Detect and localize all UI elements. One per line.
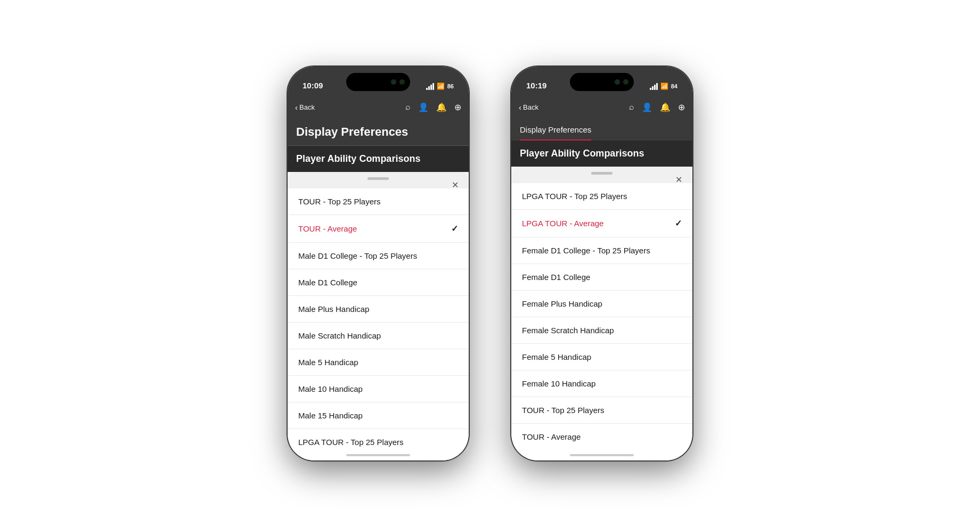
right-sheet-handle — [591, 172, 612, 175]
left-phone-wrapper: 10:09 📶 86 — [288, 67, 469, 460]
right-back-arrow-icon: ‹ — [519, 103, 521, 112]
item-label-selected: TOUR - Average — [298, 224, 357, 233]
dynamic-island-right — [570, 73, 634, 91]
left-bottom-handle — [346, 454, 410, 456]
signal-icon — [426, 83, 434, 90]
right-bottom-handle — [570, 454, 634, 456]
list-item[interactable]: TOUR - Average — [511, 424, 692, 450]
list-item[interactable]: Female 10 Handicap — [511, 370, 692, 397]
battery-icon: 86 — [447, 83, 454, 89]
list-item[interactable]: Male 5 Handicap — [288, 349, 469, 376]
list-item[interactable]: Male Plus Handicap — [288, 296, 469, 323]
right-battery-icon: 84 — [671, 83, 677, 89]
left-screen-content: 10:09 📶 86 — [288, 67, 469, 460]
plus-icon[interactable]: ⊕ — [454, 102, 461, 112]
phone-right-screen: 10:19 📶 84 — [511, 67, 692, 460]
list-item[interactable]: TOUR - Top 25 Players — [288, 188, 469, 215]
right-wifi-icon: 📶 — [660, 83, 668, 90]
right-signal-icon — [650, 83, 658, 90]
right-nav-bar: ‹ Back ⌕ 👤 🔔 ⊕ — [511, 95, 692, 119]
item-label: Male 10 Handicap — [298, 384, 363, 393]
item-label: Female D1 College — [522, 273, 590, 282]
list-item[interactable]: Male Scratch Handicap — [288, 323, 469, 349]
right-status-time: 10:19 — [526, 81, 546, 90]
right-pac-title: Player Ability Comparisons — [520, 148, 684, 159]
list-item[interactable]: TOUR - Top 25 Players — [511, 397, 692, 424]
person-icon[interactable]: 👤 — [418, 102, 429, 112]
item-label: Female Plus Handicap — [522, 299, 602, 308]
left-pac-title: Player Ability Comparisons — [296, 153, 460, 164]
list-item[interactable]: Male D1 College - Top 25 Players — [288, 243, 469, 269]
right-bottom-handle-bar — [511, 450, 692, 460]
item-label: TOUR - Top 25 Players — [298, 197, 381, 206]
right-close-button[interactable]: ✕ — [672, 173, 685, 186]
item-label: Female 10 Handicap — [522, 379, 595, 388]
item-label: Female D1 College - Top 25 Players — [522, 246, 650, 255]
left-pac-header: Player Ability Comparisons — [288, 146, 469, 172]
right-sheet-body[interactable]: LPGA TOUR - Top 25 Players LPGA TOUR - A… — [511, 183, 692, 450]
right-sensor-dot — [623, 79, 628, 85]
left-status-icons: 📶 86 — [426, 83, 454, 90]
list-item[interactable]: Female D1 College — [511, 264, 692, 291]
right-camera-dot — [615, 79, 620, 85]
left-bottom-handle-bar — [288, 450, 469, 460]
right-disp-pref-header: Display Preferences — [511, 119, 692, 141]
item-label: Male Plus Handicap — [298, 304, 369, 314]
left-disp-pref-header: Display Preferences — [288, 119, 469, 146]
item-label: Male Scratch Handicap — [298, 331, 381, 340]
right-plus-icon[interactable]: ⊕ — [678, 102, 685, 112]
item-label-selected: LPGA TOUR - Average — [522, 219, 603, 228]
left-status-time: 10:09 — [303, 81, 323, 90]
back-arrow-icon: ‹ — [295, 103, 298, 112]
camera-dot — [391, 79, 396, 85]
left-sheet-header: ✕ — [288, 172, 469, 188]
phone-right: 10:19 📶 84 — [511, 67, 692, 460]
item-label: Male D1 College — [298, 278, 357, 287]
search-icon[interactable]: ⌕ — [405, 102, 411, 112]
list-item[interactable]: Male 15 Handicap — [288, 402, 469, 429]
list-item[interactable]: Male D1 College — [288, 269, 469, 296]
right-back-button[interactable]: ‹ Back — [519, 103, 538, 112]
list-item[interactable]: Female D1 College - Top 25 Players — [511, 237, 692, 264]
item-label: Male 5 Handicap — [298, 358, 358, 367]
list-item[interactable]: LPGA TOUR - Top 25 Players — [288, 429, 469, 450]
right-pac-header: Player Ability Comparisons — [511, 141, 692, 167]
right-search-icon[interactable]: ⌕ — [629, 102, 634, 112]
item-label: Female Scratch Handicap — [522, 326, 614, 335]
right-checkmark-icon: ✓ — [675, 218, 682, 228]
right-sheet-header: ✕ — [511, 167, 692, 183]
list-item[interactable]: TOUR - Average ✓ — [288, 215, 469, 243]
right-nav-icons: ⌕ 👤 🔔 ⊕ — [629, 102, 685, 112]
item-label: Female 5 Handicap — [522, 352, 591, 361]
left-close-button[interactable]: ✕ — [448, 178, 461, 191]
item-label: LPGA TOUR - Top 25 Players — [298, 438, 404, 447]
item-label: TOUR - Average — [522, 432, 581, 441]
list-item[interactable]: Female Scratch Handicap — [511, 317, 692, 344]
left-nav-icons: ⌕ 👤 🔔 ⊕ — [405, 102, 461, 112]
right-person-icon[interactable]: 👤 — [642, 102, 652, 112]
right-phone-wrapper: 10:19 📶 84 — [511, 67, 692, 460]
item-label: Male 15 Handicap — [298, 411, 363, 420]
item-label: TOUR - Top 25 Players — [522, 406, 605, 415]
list-item[interactable]: Female Plus Handicap — [511, 291, 692, 317]
left-sheet: ✕ TOUR - Top 25 Players TOUR - Average ✓… — [288, 172, 469, 460]
left-nav-bar: ‹ Back ⌕ 👤 🔔 ⊕ — [288, 95, 469, 119]
dynamic-island-left — [346, 73, 410, 91]
wifi-icon: 📶 — [437, 83, 445, 90]
list-item[interactable]: LPGA TOUR - Top 25 Players — [511, 183, 692, 210]
right-sheet: ✕ LPGA TOUR - Top 25 Players LPGA TOUR -… — [511, 167, 692, 460]
list-item[interactable]: LPGA TOUR - Average ✓ — [511, 210, 692, 237]
left-sheet-handle — [368, 177, 389, 180]
sensor-dot — [399, 79, 405, 85]
right-status-icons: 📶 84 — [650, 83, 677, 90]
left-back-button[interactable]: ‹ Back — [295, 103, 315, 112]
list-item[interactable]: Female 5 Handicap — [511, 344, 692, 370]
left-sheet-body[interactable]: TOUR - Top 25 Players TOUR - Average ✓ M… — [288, 188, 469, 450]
list-item[interactable]: Male 10 Handicap — [288, 376, 469, 402]
right-bell-icon[interactable]: 🔔 — [660, 102, 671, 112]
phone-left: 10:09 📶 86 — [288, 67, 469, 460]
bell-icon[interactable]: 🔔 — [436, 102, 447, 112]
right-disp-pref-title: Display Preferences — [520, 125, 591, 141]
checkmark-icon: ✓ — [451, 224, 458, 234]
phone-left-screen: 10:09 📶 86 — [288, 67, 469, 460]
